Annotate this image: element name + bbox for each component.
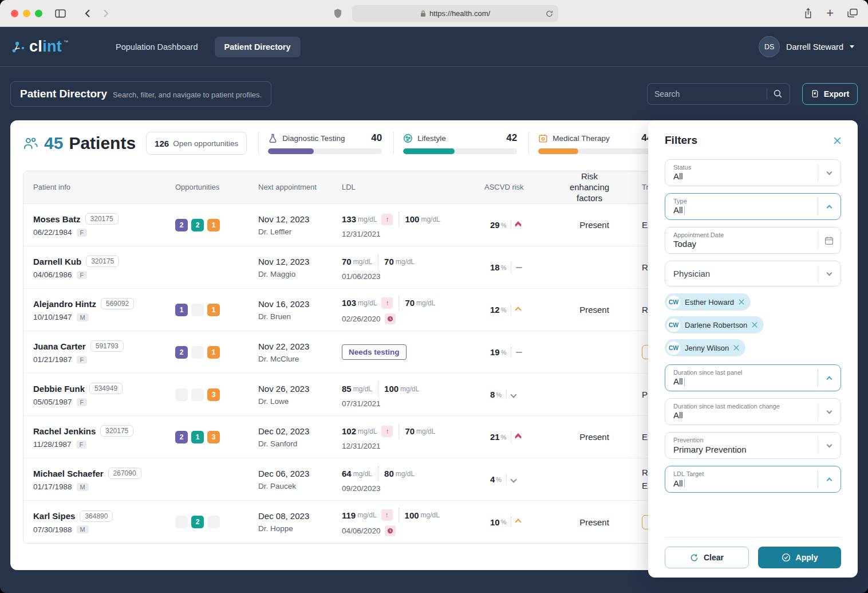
- remove-chip-icon[interactable]: [733, 345, 739, 351]
- divider: [818, 403, 818, 421]
- minimize-window-button[interactable]: [23, 10, 30, 17]
- apply-button[interactable]: Apply: [758, 547, 841, 568]
- percent-sign: %: [501, 307, 507, 313]
- ldl-unit: mg/dL: [353, 470, 372, 478]
- page-subtitle: Search, filter, and navigate to patient …: [113, 91, 262, 99]
- filter-field-label: Duration since last panel: [673, 368, 814, 376]
- patient-dob: 01/17/1988: [33, 482, 72, 491]
- patient-sex-badge: F: [76, 441, 87, 449]
- percent-sign: %: [496, 391, 502, 398]
- filter-field[interactable]: Appointment Date Today: [665, 227, 841, 254]
- filter-field[interactable]: LDL Target All: [665, 466, 841, 493]
- opportunity-badge: [191, 388, 204, 401]
- user-menu[interactable]: DS Darrell Steward: [759, 36, 854, 57]
- search-input[interactable]: [654, 89, 761, 99]
- ascvd-risk-cell: 19 %: [475, 347, 547, 358]
- stat-medical-therapy: Medical Therapy 44: [528, 132, 652, 154]
- url-text: https://health.com/: [429, 9, 490, 18]
- overdue-clock-icon: [385, 313, 396, 324]
- export-button[interactable]: Export: [802, 83, 858, 105]
- patient-info-cell: Darnell Kub 320175 04/06/1986 F: [23, 256, 165, 279]
- close-icon[interactable]: [834, 137, 841, 144]
- stat-diagnostic-testing: Diagnostic Testing 40: [258, 132, 382, 154]
- ldl-cell: mg/dL mg/dL Needs testing: [332, 344, 475, 360]
- patient-name: Michael Schaefer: [33, 469, 104, 478]
- back-button-icon[interactable]: [84, 9, 91, 18]
- ldl-cell: 70 mg/dL 70 mg/dL 01/06/2023: [332, 254, 475, 281]
- filter-field[interactable]: Status All: [665, 159, 841, 186]
- ldl-cell: 103 mg/dL 70 mg/dL 02/26/2020: [332, 296, 475, 324]
- new-tab-icon[interactable]: [826, 7, 834, 19]
- filter-field[interactable]: Physician: [665, 261, 841, 286]
- clear-button[interactable]: Clear: [665, 547, 749, 568]
- filter-field[interactable]: Prevention Primary Prevention: [665, 432, 841, 459]
- address-bar[interactable]: https://health.com/: [352, 5, 558, 22]
- divider: [818, 231, 818, 249]
- ldl-cell: 85 mg/dL 100 mg/dL 07/31/2021: [332, 382, 475, 408]
- filter-field-label: Type: [673, 197, 814, 205]
- patient-id-badge: 320175: [85, 213, 119, 225]
- ldl-unit: mg/dL: [358, 215, 377, 223]
- nav-item-population-dashboard[interactable]: Population Dashboard: [106, 37, 208, 57]
- ldl-current-value: 119: [342, 510, 356, 520]
- ldl-current-value: 133: [342, 214, 356, 224]
- ldl-target-value: 70: [405, 298, 415, 308]
- appointment-physician: Dr. McClure: [258, 355, 332, 363]
- trend-down-icon: [511, 392, 516, 397]
- filters-footer: Clear Apply: [665, 537, 841, 568]
- ldl-cell: 102 mg/dL 70 mg/dL 12/31/2021: [332, 424, 475, 450]
- ascvd-risk-cell: 4 %: [475, 474, 547, 485]
- search-icon[interactable]: [773, 89, 783, 99]
- zoom-window-button[interactable]: [35, 10, 42, 17]
- filter-field[interactable]: Duration since last medication change Al…: [665, 398, 841, 425]
- clear-refresh-icon: [690, 553, 699, 562]
- ldl-unit: mg/dL: [358, 427, 377, 435]
- overdue-clock-icon: [385, 525, 396, 536]
- sidebar-toggle-icon[interactable]: [55, 9, 66, 18]
- physician-name: Esther Howard: [685, 298, 734, 307]
- physician-name: Jenny Wilson: [685, 344, 729, 352]
- patient-info-cell: Juana Carter 591793 01/21/1987 F: [23, 340, 165, 364]
- privacy-shield-icon[interactable]: [334, 9, 342, 21]
- remove-chip-icon[interactable]: [739, 299, 744, 305]
- appointment-date: Dec 08, 2023: [258, 511, 332, 521]
- patient-id-badge: 591793: [90, 340, 124, 352]
- ldl-target-value: 100: [405, 214, 419, 224]
- opportunity-badge: 2: [191, 219, 204, 231]
- tab-overview-icon[interactable]: [847, 9, 858, 18]
- next-appointment-cell: Dec 06, 2023 Dr. Paucek: [248, 469, 332, 490]
- physician-chip[interactable]: CW Jenny Wilson: [665, 339, 745, 356]
- close-window-button[interactable]: [11, 10, 18, 17]
- forward-button-icon[interactable]: [102, 9, 109, 18]
- trend-up-icon: [516, 520, 520, 524]
- ldl-current-value: 70: [342, 257, 352, 266]
- share-icon[interactable]: [804, 8, 812, 19]
- filter-field[interactable]: Duration since last panel All: [665, 364, 841, 391]
- remove-chip-icon[interactable]: [752, 322, 757, 328]
- percent-sign: %: [501, 434, 507, 441]
- dotted-divider: [399, 424, 399, 439]
- filter-field[interactable]: Type All: [665, 193, 841, 220]
- percent-sign: %: [501, 222, 507, 229]
- content-area: 45 Patients 126 Open opportunities Diagn…: [0, 120, 868, 593]
- filters-panel: Filters Status All Type: [648, 120, 858, 578]
- risk-enhancing-factors-cell: Present: [547, 220, 632, 230]
- progress-bar: [268, 148, 382, 154]
- dotted-divider: [378, 382, 378, 396]
- ldl-unit: mg/dL: [353, 258, 372, 266]
- medical-therapy-icon: [538, 133, 548, 143]
- physician-chip[interactable]: CW Esther Howard: [665, 293, 751, 311]
- physician-initials: CW: [667, 341, 680, 355]
- app-header: clint ™ Population Dashboard Patient Dir…: [0, 27, 868, 67]
- app-logo[interactable]: clint ™: [10, 39, 68, 55]
- opportunity-badge: 2: [175, 431, 188, 443]
- refresh-icon[interactable]: [546, 10, 553, 18]
- patient-info-cell: Karl Sipes 364890 07/30/1988 M: [23, 510, 165, 534]
- filter-field-label: Appointment Date: [673, 231, 814, 239]
- physician-chip[interactable]: CW Darlene Robertson: [665, 316, 764, 333]
- ldl-unit: mg/dL: [357, 511, 376, 519]
- nav-item-patient-directory[interactable]: Patient Directory: [215, 37, 301, 57]
- dotted-divider: [399, 508, 399, 523]
- opportunities-cell: 3: [165, 388, 248, 401]
- appointment-physician: Dr. Bruen: [258, 312, 332, 321]
